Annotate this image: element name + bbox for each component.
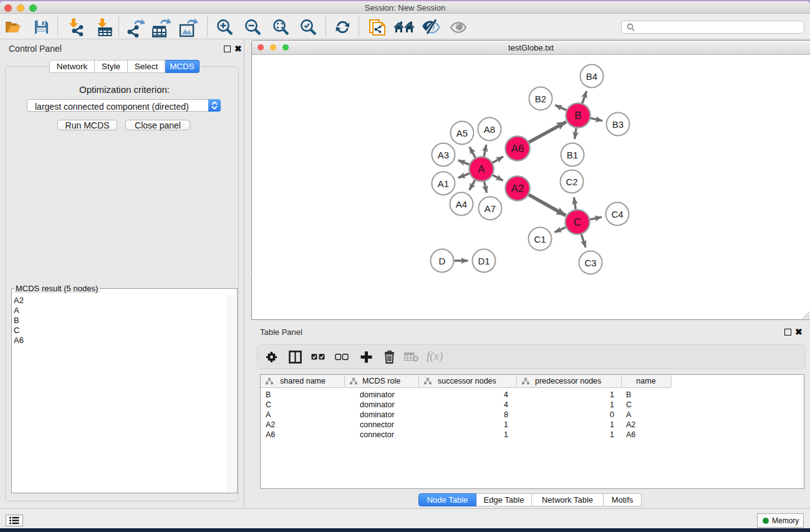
svg-text:B3: B3 xyxy=(612,119,624,130)
svg-text:B: B xyxy=(574,110,581,122)
svg-text:A7: A7 xyxy=(485,203,496,214)
svg-text:A3: A3 xyxy=(438,150,449,160)
svg-text:D: D xyxy=(439,256,446,266)
svg-text:C4: C4 xyxy=(611,209,623,220)
svg-text:A: A xyxy=(478,163,485,175)
svg-text:B2: B2 xyxy=(535,94,546,104)
svg-text:D1: D1 xyxy=(478,256,489,266)
svg-text:A2: A2 xyxy=(511,183,524,195)
svg-text:A8: A8 xyxy=(484,124,495,135)
svg-text:A1: A1 xyxy=(438,178,449,189)
svg-text:C: C xyxy=(574,216,581,228)
svg-text:B4: B4 xyxy=(586,71,597,82)
svg-text:C3: C3 xyxy=(584,258,596,268)
svg-text:A6: A6 xyxy=(511,143,524,155)
svg-text:A5: A5 xyxy=(456,128,468,138)
svg-text:C2: C2 xyxy=(566,177,577,187)
svg-text:A4: A4 xyxy=(456,199,467,210)
svg-text:B1: B1 xyxy=(567,150,578,160)
svg-text:C1: C1 xyxy=(534,234,546,244)
